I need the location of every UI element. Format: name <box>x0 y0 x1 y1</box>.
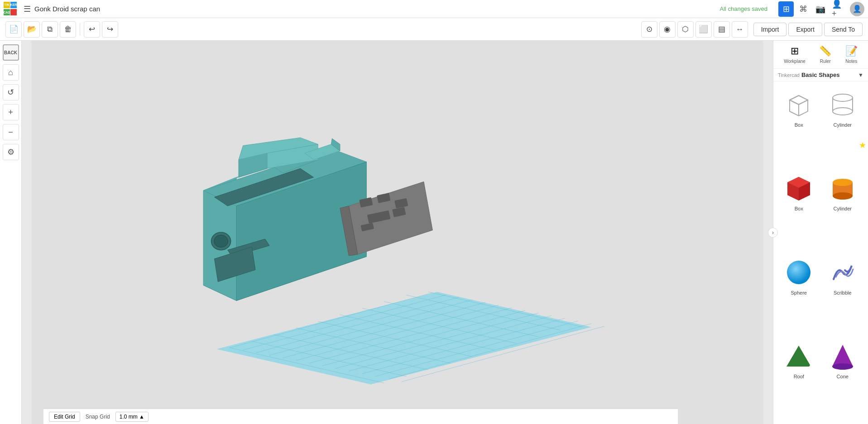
toolbar: 📄 📂 ⧉ 🗑 ↩ ↪ ⊙ ◉ ⬡ ⬜ ▤ ↔ Import Export Se… <box>0 18 868 41</box>
shape-icon-cylinder-orange <box>827 172 858 204</box>
svg-point-56 <box>833 94 853 101</box>
view-btn-grid[interactable]: ⊞ <box>778 1 794 17</box>
shape-label-box-red: Box <box>795 206 803 211</box>
view-tool-square[interactable]: ⬜ <box>695 21 712 38</box>
logo-cad: CAD <box>4 9 10 15</box>
right-panel: › ⊞ Workplane 📏 Ruler 📝 Notes ★ Tinkerca… <box>773 41 868 424</box>
notes-label: Notes <box>845 59 857 64</box>
shapes-grid: Box Cylinder <box>773 81 868 424</box>
workplane-tool[interactable]: ⊞ Workplane <box>784 45 806 64</box>
settings-button[interactable]: ⚙ <box>3 144 19 160</box>
logo: TIN KER CAD <box>4 2 18 16</box>
toolbar-separator-1 <box>80 23 80 36</box>
redo-button[interactable]: ↪ <box>102 21 118 38</box>
shape-label-sphere: Sphere <box>791 290 807 295</box>
shape-category-arrow[interactable]: ▼ <box>858 72 863 78</box>
export-button[interactable]: Export <box>788 23 822 36</box>
scene-svg <box>22 41 773 424</box>
svg-marker-70 <box>832 345 853 367</box>
shape-category: Tinkercad Basic Shapes ▼ <box>773 69 868 81</box>
shape-item-cone[interactable]: Cone <box>822 338 864 419</box>
project-title[interactable]: Gonk Droid scrap can <box>34 5 716 13</box>
view-btn-camera[interactable]: 📷 <box>813 1 828 17</box>
shape-label-box-wire: Box <box>795 122 803 128</box>
svg-point-65 <box>833 192 853 200</box>
shape-item-box-red[interactable]: Box <box>778 170 820 252</box>
new-button[interactable]: 📄 <box>5 21 22 38</box>
action-buttons: Import Export Send To <box>753 23 863 36</box>
ruler-icon: 📏 <box>819 45 831 57</box>
svg-point-38 <box>214 235 228 247</box>
bottom-bar: Edit Grid Snap Grid 1.0 mm ▲ <box>43 409 678 424</box>
ruler-label: Ruler <box>820 59 831 64</box>
document-icon: ☰ <box>24 4 31 14</box>
shape-icon-box-red <box>783 172 815 204</box>
view-tool-hex[interactable]: ⬡ <box>677 21 694 38</box>
top-bar: TIN KER CAD ☰ Gonk Droid scrap can All c… <box>0 0 868 18</box>
svg-point-66 <box>833 179 853 186</box>
view-tool-align[interactable]: ▤ <box>714 21 730 38</box>
svg-marker-55 <box>790 95 808 105</box>
shape-icon-roof <box>783 340 815 372</box>
zoom-in-button[interactable]: + <box>3 104 19 120</box>
shape-icon-cylinder-wire <box>827 89 858 120</box>
notes-tool[interactable]: 📝 Notes <box>845 45 858 64</box>
shape-item-cylinder-wire[interactable]: Cylinder <box>822 86 864 168</box>
open-button[interactable]: 📂 <box>24 21 40 38</box>
viewport[interactable]: Edit Grid Snap Grid 1.0 mm ▲ <box>22 41 773 424</box>
view-btn-tool[interactable]: ⌘ <box>796 1 811 17</box>
snap-grid-value[interactable]: 1.0 mm ▲ <box>115 412 149 422</box>
home-view-button[interactable]: ⌂ <box>3 64 19 81</box>
user-avatar[interactable]: 👤 <box>850 2 864 16</box>
view-tool-mirror[interactable]: ↔ <box>732 21 748 38</box>
shape-label-cylinder-wire: Cylinder <box>834 122 852 128</box>
save-status: All changes saved <box>719 5 767 12</box>
delete-button[interactable]: 🗑 <box>60 21 76 38</box>
back-button[interactable]: BACK <box>3 44 19 61</box>
logo-ker: KER <box>10 2 17 8</box>
add-user-icon[interactable]: 👤+ <box>832 2 846 16</box>
view-tool-target[interactable]: ⊙ <box>641 21 657 38</box>
view-mode-buttons: ⊞ ⌘ 📷 <box>778 1 828 17</box>
undo-button[interactable]: ↩ <box>84 21 100 38</box>
import-button[interactable]: Import <box>753 23 787 36</box>
svg-point-71 <box>832 363 853 370</box>
favorite-star[interactable]: ★ <box>859 140 866 150</box>
expand-panel-arrow[interactable]: › <box>768 228 778 238</box>
shape-label-scribble: Scribble <box>834 290 852 295</box>
notes-icon: 📝 <box>845 45 858 57</box>
shape-item-cylinder-orange[interactable]: Cylinder <box>822 170 864 252</box>
shape-icon-scribble <box>827 257 858 288</box>
shape-category-title: Basic Shapes <box>801 71 840 78</box>
shape-item-box-wire[interactable]: Box <box>778 86 820 168</box>
shape-icon-cone <box>827 340 858 372</box>
copy-button[interactable]: ⧉ <box>42 21 58 38</box>
main-area: BACK ⌂ ↺ + − ⚙ <box>0 41 868 424</box>
svg-point-67 <box>787 261 810 284</box>
view-tool-pin[interactable]: ◉ <box>659 21 676 38</box>
svg-point-59 <box>833 108 853 115</box>
shape-item-roof[interactable]: Roof <box>778 338 820 419</box>
ruler-tool[interactable]: 📏 Ruler <box>819 45 831 64</box>
shape-item-scribble[interactable]: Scribble <box>822 254 864 336</box>
logo-blank <box>10 9 17 15</box>
tinkercad-label: Tinkercad <box>778 72 800 78</box>
shape-label-cone: Cone <box>837 374 849 379</box>
zoom-out-button[interactable]: − <box>3 124 19 140</box>
shape-label-roof: Roof <box>794 374 804 379</box>
snap-grid-label: Snap Grid <box>86 414 110 420</box>
logo-tin: TIN <box>4 2 10 8</box>
left-sidebar: BACK ⌂ ↺ + − ⚙ <box>0 41 22 424</box>
shape-item-sphere[interactable]: Sphere <box>778 254 820 336</box>
send-to-button[interactable]: Send To <box>824 23 863 36</box>
shape-icon-box-wire <box>783 89 815 120</box>
shape-label-cylinder-orange: Cylinder <box>834 206 852 211</box>
panel-tools: ⊞ Workplane 📏 Ruler 📝 Notes <box>773 41 868 69</box>
svg-marker-69 <box>786 346 810 367</box>
edit-grid-button[interactable]: Edit Grid <box>49 412 80 422</box>
workplane-label: Workplane <box>784 59 806 64</box>
rotate-button[interactable]: ↺ <box>3 84 19 100</box>
workplane-icon: ⊞ <box>791 45 799 57</box>
shape-icon-sphere <box>783 257 815 288</box>
back-label: BACK <box>4 50 17 55</box>
